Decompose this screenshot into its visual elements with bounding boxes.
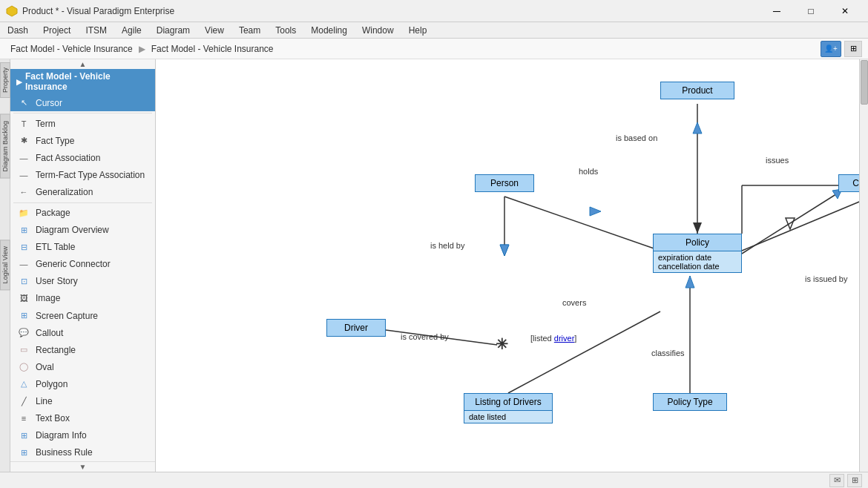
label-is-issued-by: is issued by [805,274,847,283]
tool-item-text-box[interactable]: ≡ Text Box [10,410,155,427]
user-story-label: User Story [36,276,78,286]
label-issues: issues [766,156,789,165]
menu-item-team[interactable]: Team [231,22,268,39]
title-bar: Product * - Visual Paradigm Enterprise ─… [0,0,868,22]
scroll-up-button[interactable]: ▲ [10,59,155,69]
canvas-area[interactable]: holds is based on issues is held by is i… [156,59,868,472]
tool-item-screen-capture[interactable]: ⊞ Screen Capture [10,307,155,324]
tool-item-business-rule[interactable]: ⊞ Business Rule [10,444,155,461]
tool-item-line[interactable]: ╱ Line [10,393,155,410]
header-arrow: ▶ [16,78,22,86]
node-person[interactable]: Person [475,174,534,192]
menu-item-diagram[interactable]: Diagram [149,22,197,39]
tool-item-oval[interactable]: ◯ Oval [10,358,155,375]
business-rule-label: Business Rule [36,447,93,458]
screen-capture-label: Screen Capture [36,311,98,321]
node-driver[interactable]: Driver [326,319,386,337]
diagram-overview-label: Diagram Overview [36,225,109,235]
business-rule-icon: ⊞ [16,446,31,458]
tool-divider-2 [13,202,152,203]
property-tab[interactable]: Property [0,62,10,98]
line-icon: ╱ [16,395,31,407]
package-label: Package [36,208,70,218]
scroll-down-button[interactable]: ▼ [10,461,155,472]
tool-item-package[interactable]: 📁 Package [10,204,155,221]
status-icon-panel[interactable]: ⊞ [847,474,862,487]
node-policy-type[interactable]: Policy Type [653,393,727,411]
svg-marker-8 [786,218,795,229]
breadcrumb-icon-notification[interactable]: 👤+ [821,41,841,57]
asterisk-connector: ✳ [496,335,508,353]
close-button[interactable]: ✕ [828,0,862,22]
generalization-icon: ← [16,186,31,198]
maximize-button[interactable]: □ [794,0,828,22]
node-policy-title: Policy [654,234,741,251]
minimize-button[interactable]: ─ [760,0,794,22]
tool-item-generic-connector[interactable]: — Generic Connector [10,256,155,273]
diagram-backlog-tab[interactable]: Diagram Backlog [0,114,10,179]
status-bar: ✉ ⊞ [0,472,868,488]
tool-cursor[interactable]: ↖ Cursor [10,94,155,111]
tool-panel-header[interactable]: ▶ Fact Model - Vehicle Insurance [10,69,155,94]
tool-item-term[interactable]: T Term [10,115,155,132]
menu-item-modeling[interactable]: Modeling [303,22,355,39]
menu-item-tools[interactable]: Tools [268,22,303,39]
fact-type-label: Fact Type [36,136,74,146]
canvas-scrollbar[interactable] [859,59,868,472]
node-product[interactable]: Product [660,82,734,99]
term-fact-icon: — [16,169,31,181]
scrollbar-thumb[interactable] [861,60,868,105]
tool-item-diagram-overview[interactable]: ⊞ Diagram Overview [10,222,155,239]
svg-marker-3 [693,122,702,133]
tool-item-diagram-info[interactable]: ⊞ Diagram Info [10,427,155,444]
rectangle-icon: ▭ [16,344,31,356]
tool-panel: ▲ ▶ Fact Model - Vehicle Insurance ↖ Cur… [10,59,156,472]
menu-item-help[interactable]: Help [401,22,435,39]
tool-item-term-fact[interactable]: — Term-Fact Type Association [10,166,155,183]
menu-item-window[interactable]: Window [355,22,401,39]
svg-marker-14 [685,276,694,288]
term-fact-label: Term-Fact Type Association [36,170,145,180]
header-label: Fact Model - Vehicle Insurance [25,71,149,92]
tool-item-generalization[interactable]: ← Generalization [10,183,155,200]
menu-item-view[interactable]: View [197,22,231,39]
app-title: Product * - Visual Paradigm Enterprise [22,6,760,16]
menu-item-itsm[interactable]: ITSM [78,22,114,39]
menu-item-agile[interactable]: Agile [114,22,149,39]
label-holds: holds [579,167,598,176]
diagram-info-label: Diagram Info [36,430,87,441]
breadcrumb-icon-panel[interactable]: ⊞ [844,41,862,57]
driver-link[interactable]: driver [554,334,575,343]
menu-item-project[interactable]: Project [36,22,78,39]
rectangle-label: Rectangle [36,345,76,355]
menu-bar: Dash Project ITSM Agile Diagram View Tea… [0,22,868,39]
tool-item-user-story[interactable]: ⊡ User Story [10,273,155,290]
node-policy-attrs: expiration date cancellation date [654,251,741,272]
tool-item-etl-table[interactable]: ⊟ ETL Table [10,239,155,256]
tool-item-fact-type[interactable]: ✱ Fact Type [10,132,155,149]
etl-table-label: ETL Table [36,242,75,252]
oval-label: Oval [36,362,54,372]
diagram-overview-icon: ⊞ [16,224,31,236]
tool-item-callout[interactable]: 💬 Callout [10,324,155,341]
label-is-covered-by: is covered by [401,332,449,341]
tool-item-polygon[interactable]: △ Polygon [10,375,155,392]
main-layout: Property Diagram Backlog Logical View ▲ … [0,59,868,472]
tool-item-image[interactable]: 🖼 Image [10,290,155,307]
node-policy[interactable]: Policy expiration date cancellation date [653,234,742,273]
generic-connector-label: Generic Connector [36,259,111,269]
status-icons: ✉ ⊞ [829,474,862,487]
app-icon [6,5,18,17]
node-listing[interactable]: Listing of Drivers date listed [464,393,553,423]
tool-item-rectangle[interactable]: ▭ Rectangle [10,341,155,358]
breadcrumb-item-1[interactable]: Fact Model - Vehicle Insurance [6,42,137,56]
logical-view-tab[interactable]: Logical View [0,240,10,290]
svg-line-11 [386,330,497,345]
attr-expiration: expiration date [658,253,737,262]
status-icon-email[interactable]: ✉ [829,474,844,487]
breadcrumb-item-2[interactable]: Fact Model - Vehicle Insurance [147,42,278,56]
svg-marker-16 [500,245,509,256]
tool-item-fact-assoc[interactable]: — Fact Association [10,149,155,166]
oval-icon: ◯ [16,361,31,373]
menu-item-dash[interactable]: Dash [0,22,36,39]
